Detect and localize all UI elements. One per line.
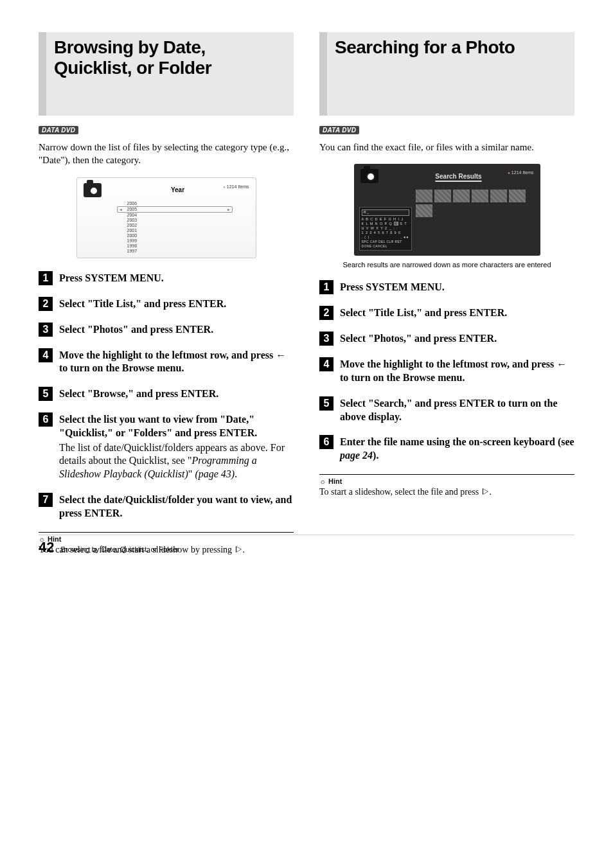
step: 1Press SYSTEM MENU. <box>319 280 574 294</box>
intro-text: You can find the exact file, or files wi… <box>319 141 574 154</box>
step-number: 2 <box>319 306 333 320</box>
step-text: Enter the file name using the on-screen … <box>340 435 574 463</box>
screenshot-caption: Search results are narrowed down as more… <box>319 261 574 269</box>
step-text: Select the list you want to view from "D… <box>59 412 294 481</box>
year-item: 2001 <box>127 228 252 233</box>
media-badge: DATA DVD <box>319 126 359 134</box>
step-text: Select "Title List," and press ENTER. <box>59 297 226 311</box>
left-column: Browsing by Date, Quicklist, or Folder D… <box>39 32 294 556</box>
step: 1Press SYSTEM MENU. <box>39 271 294 285</box>
search-screenshot: Search Results 1214 Items R A B C D E F … <box>354 164 540 256</box>
year-item: 2000 <box>127 233 252 238</box>
step: 4Move the highlight to the leftmost row,… <box>39 348 294 376</box>
step: 7Select the date/Quicklist/folder you wa… <box>39 493 294 520</box>
section-title-block: Browsing by Date, Quicklist, or Folder <box>39 32 294 116</box>
step-text: Select "Browse," and press ENTER. <box>59 387 218 401</box>
step-text: Move the highlight to the leftmost row, … <box>340 357 574 385</box>
step-number: 4 <box>319 357 333 371</box>
step-text: Select the date/Quicklist/folder you wan… <box>59 493 294 520</box>
step: 5Select "Search," and press ENTER to tur… <box>319 396 574 424</box>
camera-icon <box>84 183 102 197</box>
item-count: 1214 Items <box>508 170 533 175</box>
step-text: Move the highlight to the leftmost row, … <box>59 348 294 376</box>
play-icon <box>483 488 488 495</box>
step-text: Select "Search," and press ENTER to turn… <box>340 396 574 424</box>
step: 2Select "Title List," and press ENTER. <box>39 297 294 311</box>
footer-text: Browsing by Date, Quicklist, or Folder <box>60 545 179 553</box>
step-number: 5 <box>39 387 53 401</box>
year-list: 2006200520042003200220012000199919981997 <box>81 201 252 254</box>
hint-text: To start a slideshow, select the file an… <box>319 486 574 498</box>
step-text: Select "Title List," and press ENTER. <box>340 306 507 320</box>
year-item: 2005 <box>117 206 233 213</box>
step: 2Select "Title List," and press ENTER. <box>319 306 574 320</box>
step-number: 2 <box>39 297 53 311</box>
divider <box>319 474 574 475</box>
section-title: Browsing by Date, Quicklist, or Folder <box>54 37 286 78</box>
step-number: 1 <box>39 271 53 285</box>
step-number: 5 <box>319 396 333 411</box>
step-number: 1 <box>319 280 333 294</box>
step: 3Select "Photos," and press ENTER. <box>319 332 574 346</box>
year-item: 1997 <box>127 249 252 254</box>
step: 4Move the highlight to the leftmost row,… <box>319 357 574 385</box>
divider <box>39 532 294 533</box>
step-text: Press SYSTEM MENU. <box>59 271 164 285</box>
intro-text: Narrow down the list of files by selecti… <box>39 141 294 167</box>
year-item: 1999 <box>127 238 252 244</box>
on-screen-keyboard: R A B C D E F G H I J K L M N O P Q R S … <box>359 207 412 251</box>
step: 6Enter the file name using the on-screen… <box>319 435 574 463</box>
page-number: 42 <box>39 539 54 556</box>
page-footer: 42 Browsing by Date, Quicklist, or Folde… <box>39 539 179 556</box>
item-count: 1214 Items <box>223 184 249 189</box>
footer-rule <box>39 535 574 535</box>
step-number: 4 <box>39 348 53 362</box>
year-item: 2004 <box>127 213 252 218</box>
right-column: Searching for a Photo DATA DVD You can f… <box>319 32 574 556</box>
search-input: R <box>362 209 409 216</box>
step-number: 3 <box>319 332 333 346</box>
step-number: 6 <box>39 412 53 427</box>
hint-icon <box>319 477 328 485</box>
year-item: 2003 <box>127 218 252 223</box>
year-screenshot: Year 1214 Items 200620052004200320022001… <box>76 177 256 258</box>
hint-heading: Hint <box>319 477 574 485</box>
arrow-left-icon: ← <box>556 359 567 369</box>
year-item: 2002 <box>127 223 252 228</box>
step-text: Press SYSTEM MENU. <box>340 280 445 294</box>
step-text: Select "Photos," and press ENTER. <box>340 332 497 346</box>
step: 6Select the list you want to view from "… <box>39 412 294 481</box>
step-text: Select "Photos" and press ENTER. <box>59 323 213 337</box>
section-title-block: Searching for a Photo <box>319 32 574 116</box>
section-title: Searching for a Photo <box>335 37 567 58</box>
step-number: 6 <box>319 435 333 449</box>
step: 5Select "Browse," and press ENTER. <box>39 387 294 401</box>
step-number: 7 <box>39 493 53 507</box>
media-badge: DATA DVD <box>39 126 78 134</box>
arrow-left-icon: ← <box>276 350 286 360</box>
play-icon <box>236 546 242 553</box>
step-number: 3 <box>39 323 53 337</box>
camera-icon <box>360 169 378 183</box>
year-item: 2006 <box>127 201 252 206</box>
year-item: 1998 <box>127 244 252 249</box>
step: 3Select "Photos" and press ENTER. <box>39 323 294 337</box>
